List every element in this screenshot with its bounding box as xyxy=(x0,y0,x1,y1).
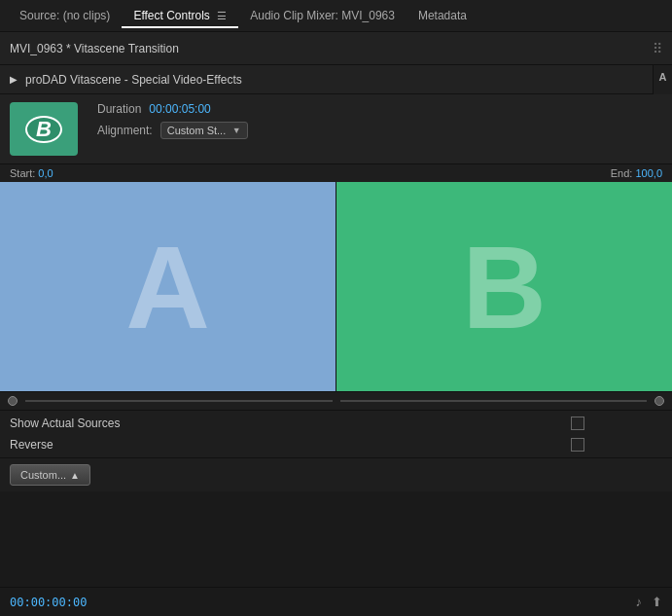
end-label: End: 100,0 xyxy=(611,167,662,179)
cursor-icon: ▲ xyxy=(70,470,80,481)
reverse-row: Reverse xyxy=(10,438,662,452)
sidebar-a-icon[interactable]: A xyxy=(657,69,669,85)
custom-button-area: Custom... ▲ xyxy=(0,457,672,491)
preview-panels: A B xyxy=(0,182,672,391)
end-coords: 100,0 xyxy=(635,167,662,179)
timecode: 00:00:00:00 xyxy=(10,596,87,609)
slider-right-handle[interactable] xyxy=(654,396,664,406)
panel-title: MVI_0963 * Vitascene Transition xyxy=(10,42,179,55)
reverse-label: Reverse xyxy=(10,438,53,452)
tab-menu-icon[interactable]: ☰ xyxy=(217,10,227,21)
chevron-down-icon: ▼ xyxy=(232,126,241,135)
alignment-label: Alignment: xyxy=(97,124,153,137)
panel-header: MVI_0963 * Vitascene Transition ⠿ xyxy=(0,32,672,65)
preview-panel-left: A xyxy=(0,182,336,391)
music-icon[interactable]: ♪ xyxy=(636,595,643,609)
duration-alignment-panel: Duration 00:00:05:00 Alignment: Custom S… xyxy=(97,102,248,139)
preview-left-letter: A xyxy=(125,229,210,345)
show-actual-sources-row: Show Actual Sources xyxy=(10,417,662,430)
preview-right-letter: B xyxy=(462,229,547,345)
duration-value[interactable]: 00:00:05:00 xyxy=(149,102,210,116)
start-label: Start: 0,0 xyxy=(10,167,53,179)
preview-panel-right: B xyxy=(336,182,672,391)
play-button[interactable]: ▶ xyxy=(10,74,18,85)
slider-right-track[interactable] xyxy=(340,400,648,402)
slider-left-handle[interactable] xyxy=(8,396,18,406)
tab-metadata[interactable]: Metadata xyxy=(407,3,478,28)
tab-bar: Source: (no clips) Effect Controls ☰ Aud… xyxy=(0,0,672,32)
effect-name: proDAD Vitascene - Special Video-Effects xyxy=(25,73,242,87)
panel-grip-icon: ⠿ xyxy=(653,41,662,56)
tab-audio-clip-mixer[interactable]: Audio Clip Mixer: MVI_0963 xyxy=(238,3,407,28)
duration-row: Duration 00:00:05:00 xyxy=(97,102,248,116)
effect-row: ▶ proDAD Vitascene - Special Video-Effec… xyxy=(0,65,672,94)
tab-effect-controls[interactable]: Effect Controls ☰ xyxy=(122,3,238,28)
alignment-dropdown[interactable]: Custom St... ▼ xyxy=(160,122,248,139)
bottom-bar: 00:00:00:00 ♪ ⬆ xyxy=(0,587,672,616)
bottom-icons: ♪ ⬆ xyxy=(636,595,663,609)
duration-label: Duration xyxy=(97,102,141,116)
controls-area: B Duration 00:00:05:00 Alignment: Custom… xyxy=(0,94,672,164)
export-icon[interactable]: ⬆ xyxy=(652,595,662,609)
tab-source[interactable]: Source: (no clips) xyxy=(8,3,122,28)
alignment-value: Custom St... xyxy=(167,125,227,136)
slider-left-track[interactable] xyxy=(25,400,333,402)
alignment-row: Alignment: Custom St... ▼ xyxy=(97,122,248,139)
options-area: Show Actual Sources Reverse xyxy=(0,410,672,457)
start-coords: 0,0 xyxy=(38,167,53,179)
show-actual-sources-label: Show Actual Sources xyxy=(10,417,120,430)
reverse-checkbox[interactable] xyxy=(571,438,584,452)
preview-thumbnail: B xyxy=(10,102,78,156)
show-actual-sources-checkbox[interactable] xyxy=(571,417,584,430)
thumb-letter: B xyxy=(25,116,62,143)
transition-slider[interactable] xyxy=(0,391,672,410)
preview-labels: Start: 0,0 End: 100,0 xyxy=(0,164,672,182)
custom-button[interactable]: Custom... ▲ xyxy=(10,464,90,486)
